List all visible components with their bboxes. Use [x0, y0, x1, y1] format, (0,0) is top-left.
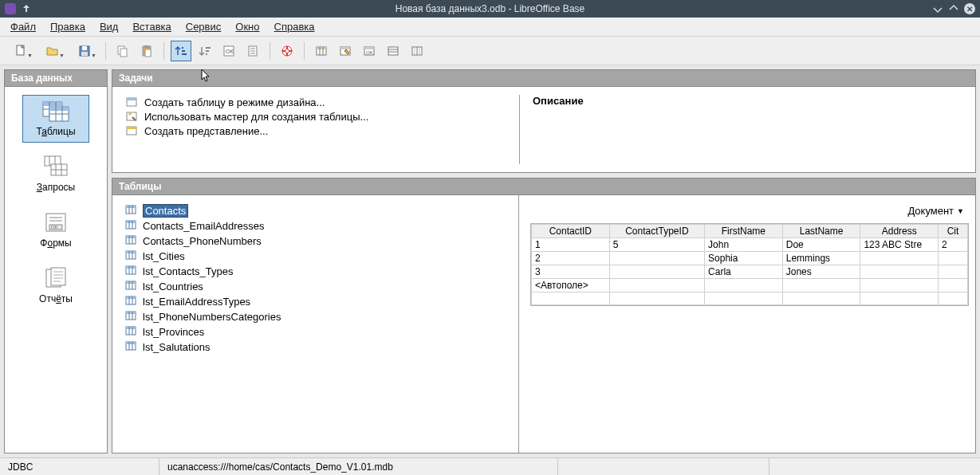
table-item[interactable]: lst_Cities — [125, 249, 506, 264]
table-icon — [125, 234, 136, 248]
table-icon — [125, 96, 138, 108]
table-item[interactable]: lst_Countries — [125, 279, 506, 294]
svg-rect-81 — [126, 221, 136, 223]
table-item[interactable]: Contacts_PhoneNumbers — [125, 234, 506, 249]
task-create-view[interactable]: Создать представление... — [125, 124, 506, 138]
copy-button[interactable] — [112, 41, 133, 61]
svg-text:OK: OK — [366, 50, 373, 55]
chevron-down-icon: ▼ — [957, 207, 964, 215]
table-row-empty[interactable] — [532, 292, 968, 305]
open-button[interactable]: ▼ — [38, 41, 67, 61]
menu-insert[interactable]: Вставка — [127, 19, 176, 34]
svg-rect-8 — [145, 49, 151, 57]
new-doc-button[interactable]: ▼ — [6, 41, 35, 61]
work-area: База данных Таблицы Запросы OK Формы Отч… — [0, 65, 980, 457]
svg-rect-5 — [120, 49, 127, 57]
app-icon — [5, 3, 16, 14]
svg-rect-28 — [317, 47, 326, 49]
menu-window[interactable]: Окно — [230, 19, 265, 34]
table-list: Contacts Contacts_EmailAddresses Contact… — [112, 195, 519, 453]
minimize-button[interactable] — [932, 3, 943, 14]
svg-rect-101 — [126, 296, 136, 299]
sidebar-item-queries[interactable]: Запросы — [22, 151, 89, 198]
description-label: Описание — [533, 95, 584, 107]
col-header[interactable]: ContactID — [532, 225, 610, 238]
table-edit-button[interactable] — [335, 41, 356, 61]
sort-desc-button[interactable] — [195, 41, 215, 61]
report-button[interactable] — [242, 41, 263, 61]
svg-rect-85 — [126, 236, 136, 238]
svg-rect-3 — [81, 52, 88, 56]
paste-button[interactable] — [136, 41, 157, 61]
task-create-design[interactable]: Создать таблицу в режиме дизайна... — [125, 95, 506, 109]
svg-rect-72 — [127, 98, 136, 100]
table-row[interactable]: 15JohnDoe123 ABC Stre2 — [532, 238, 968, 252]
sort-asc-button[interactable] — [171, 41, 191, 61]
svg-rect-7 — [144, 45, 149, 48]
col-header[interactable]: LastName — [782, 225, 860, 238]
table-row[interactable]: 3CarlaJones — [532, 265, 968, 279]
menu-edit[interactable]: Правка — [45, 19, 91, 34]
database-panel-header: База данных — [4, 69, 108, 87]
table-open-button[interactable] — [407, 41, 427, 61]
form-button[interactable]: OK — [218, 41, 239, 61]
table-icon — [125, 204, 136, 218]
svg-rect-49 — [49, 107, 69, 111]
window-title: Новая база данных3.odb - LibreOffice Bas… — [53, 3, 927, 14]
svg-rect-44 — [43, 102, 62, 106]
database-panel: База данных Таблицы Запросы OK Формы Отч… — [4, 69, 108, 453]
close-button[interactable]: ✕ — [964, 3, 975, 14]
table-icon — [125, 249, 136, 263]
sidebar-item-tables[interactable]: Таблицы — [22, 95, 89, 143]
svg-text:OK: OK — [51, 225, 58, 230]
sidebar-item-reports[interactable]: Отчёты — [22, 262, 89, 310]
svg-rect-14 — [206, 53, 207, 55]
maximize-button[interactable] — [948, 3, 959, 14]
svg-rect-89 — [126, 251, 136, 253]
document-dropdown[interactable]: Документ▼ — [903, 203, 969, 218]
menu-view[interactable]: Вид — [94, 19, 124, 34]
help-button[interactable] — [277, 41, 297, 61]
col-header[interactable]: ContactTypeID — [609, 225, 704, 238]
table-item-contacts[interactable]: Contacts — [125, 203, 506, 218]
table-item[interactable]: lst_PhoneNumbersCategories — [125, 309, 506, 324]
table-new-button[interactable] — [311, 41, 332, 61]
tasks-header: Задачи — [112, 69, 976, 87]
menu-file[interactable]: Файл — [5, 19, 41, 34]
svg-rect-75 — [127, 127, 136, 129]
svg-rect-13 — [206, 50, 209, 52]
table-item[interactable]: lst_Salutations — [125, 340, 506, 355]
table-icon — [125, 340, 136, 354]
menu-help[interactable]: Справка — [269, 19, 321, 34]
table-icon — [125, 295, 136, 308]
col-header[interactable]: FirstName — [705, 225, 783, 238]
table-rename-button[interactable] — [383, 41, 403, 61]
pin-icon[interactable] — [21, 3, 32, 14]
svg-rect-10 — [182, 50, 185, 52]
table-delete-button[interactable]: OK — [359, 41, 380, 61]
table-item[interactable]: lst_Contacts_Types — [125, 264, 506, 279]
sidebar-item-forms[interactable]: OK Формы — [22, 206, 89, 254]
table-row-autofield[interactable]: <Автополе> — [532, 279, 968, 292]
col-header[interactable]: Address — [860, 225, 939, 238]
task-create-wizard[interactable]: Использовать мастер для создания таблицы… — [125, 109, 506, 124]
table-item[interactable]: Contacts_EmailAddresses — [125, 218, 506, 234]
tasks-body: Создать таблицу в режиме дизайна... Испо… — [112, 87, 976, 173]
svg-rect-32 — [340, 47, 350, 49]
save-button[interactable]: ▼ — [70, 41, 99, 61]
reports-icon — [41, 266, 71, 290]
table-item[interactable]: lst_EmailAddressTypes — [125, 294, 506, 309]
table-row[interactable]: 2SophiaLemmings — [532, 252, 968, 265]
status-path: ucanaccess:///home/cas/Contacts_Demo_V1.… — [159, 458, 558, 475]
svg-rect-36 — [388, 47, 398, 55]
menu-service[interactable]: Сервис — [180, 19, 227, 34]
preview-table[interactable]: ContactID ContactTypeID FirstName LastNa… — [531, 224, 968, 305]
view-icon — [125, 124, 138, 137]
svg-rect-77 — [126, 206, 136, 208]
table-icon — [125, 280, 136, 293]
table-item[interactable]: lst_Provinces — [125, 324, 506, 340]
col-header[interactable]: Cit — [939, 225, 968, 238]
table-icon — [125, 219, 136, 233]
svg-rect-9 — [182, 47, 183, 49]
svg-rect-109 — [126, 327, 136, 329]
